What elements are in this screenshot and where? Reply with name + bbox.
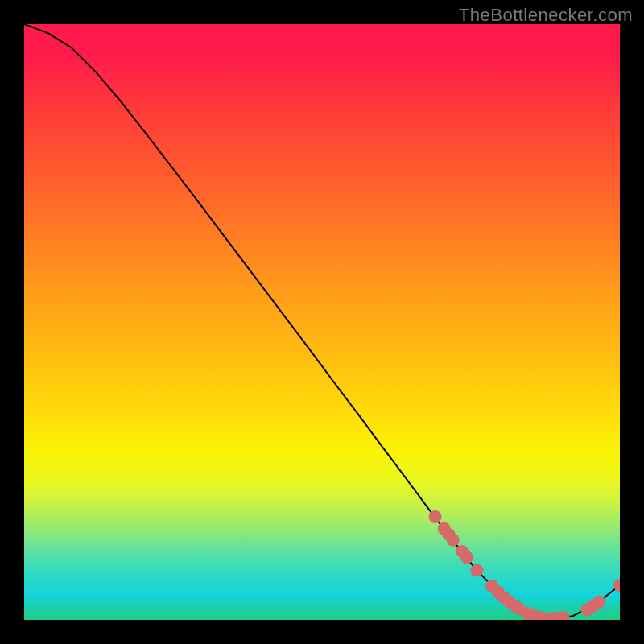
data-marker	[470, 564, 483, 577]
data-marker	[592, 596, 605, 609]
data-marker	[429, 510, 442, 523]
chart-root: TheBottlenecker.com	[0, 0, 644, 644]
attribution-label: TheBottlenecker.com	[459, 5, 633, 26]
data-marker	[460, 551, 473, 564]
plot-area	[24, 24, 620, 620]
bottleneck-curve	[24, 24, 620, 619]
chart-overlay	[24, 24, 620, 620]
data-marker	[447, 534, 460, 547]
data-markers	[429, 510, 620, 620]
